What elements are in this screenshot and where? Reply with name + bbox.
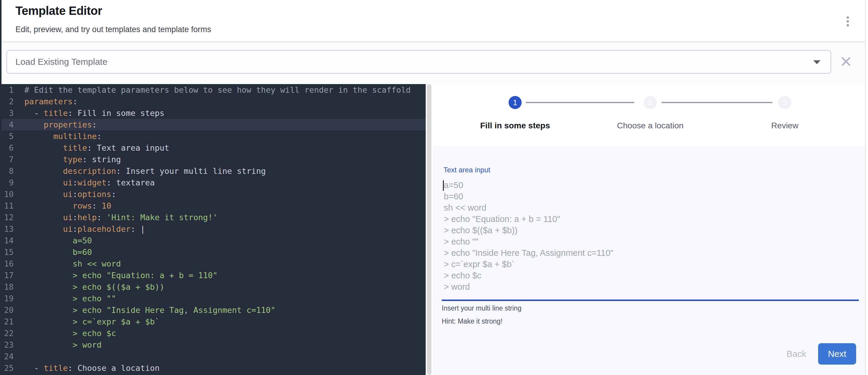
editor-line[interactable]: 22 > echo $c — [0, 327, 426, 339]
editor-line[interactable]: 8 description: Insert your multi line st… — [0, 165, 426, 177]
placeholder-line: > echo "Equation: a + b = 110" — [444, 213, 854, 225]
editor-line[interactable]: 2parameters: — [0, 96, 426, 107]
editor-scrollbar-track — [426, 84, 433, 375]
line-number: 13 — [0, 223, 14, 235]
code-text: sh << word — [14, 258, 121, 270]
code-text: - title: Fill in some steps — [14, 107, 164, 119]
editor-line[interactable]: 12 ui:help: 'Hint: Make it strong!' — [0, 212, 426, 223]
step-circle: 3 — [778, 96, 792, 109]
line-number: 23 — [0, 339, 14, 351]
code-text: > echo "Inside Here Tag, Assignment c=11… — [14, 304, 275, 316]
editor-line[interactable]: 7 type: string — [0, 154, 426, 165]
editor-line[interactable]: 4 properties: — [0, 119, 426, 130]
line-number: 11 — [0, 200, 14, 212]
kebab-menu-icon[interactable] — [842, 13, 853, 30]
stepper: 1Fill in some steps2Choose a location3Re… — [433, 84, 865, 146]
placeholder-line: > echo $c — [444, 270, 854, 281]
step-label: Review — [719, 121, 850, 130]
code-text: ui:placeholder: | — [14, 223, 145, 235]
multiline-textarea[interactable]: a=50b=60sh << word> echo "Equation: a + … — [444, 180, 854, 292]
window-right-edge — [865, 0, 868, 375]
code-text: a=50 — [14, 235, 92, 246]
editor-line[interactable]: 21 > c=`expr $a + $b` — [0, 316, 426, 327]
field-help-text: Hint: Make it strong! — [442, 317, 503, 325]
editor-line[interactable]: 14 a=50 — [0, 235, 426, 246]
code-text: rows: 10 — [14, 200, 112, 212]
editor-line[interactable]: 6 title: Text area input — [0, 142, 426, 154]
editor-line[interactable]: 25 - title: Choose a location — [0, 362, 426, 374]
code-text: multiline: — [14, 130, 102, 142]
clear-selection-button[interactable] — [838, 54, 854, 69]
line-number: 7 — [0, 154, 14, 165]
line-number: 8 — [0, 165, 14, 177]
stepper-connector — [526, 102, 634, 103]
yaml-code-editor[interactable]: 1# Edit the template parameters below to… — [0, 84, 426, 375]
editor-line[interactable]: 11 rows: 10 — [0, 200, 426, 212]
code-text: > word — [14, 339, 102, 351]
line-number: 14 — [0, 235, 14, 246]
editor-line[interactable]: 24 — [0, 351, 426, 362]
template-editor-page: Template Editor Edit, preview, and try o… — [0, 0, 868, 375]
placeholder-line: > echo "" — [444, 236, 854, 247]
editor-line[interactable]: 3 - title: Fill in some steps — [0, 107, 426, 119]
editor-line[interactable]: 1# Edit the template parameters below to… — [0, 84, 426, 96]
line-number: 20 — [0, 304, 14, 316]
step-label: Fill in some steps — [450, 121, 581, 130]
code-text: # Edit the template parameters below to … — [14, 84, 410, 96]
line-number: 9 — [0, 177, 14, 188]
code-text: title: Text area input — [14, 142, 169, 154]
line-number: 3 — [0, 107, 14, 119]
line-number: 5 — [0, 130, 14, 142]
line-number: 6 — [0, 142, 14, 154]
code-text: properties: — [14, 119, 97, 130]
editor-line[interactable]: 16 sh << word — [0, 258, 426, 270]
load-template-select[interactable]: Load Existing Template — [6, 50, 831, 74]
editor-line[interactable]: 5 multiline: — [0, 130, 426, 142]
editor-line[interactable]: 23 > word — [0, 339, 426, 351]
next-button[interactable]: Next — [818, 343, 856, 365]
line-number: 2 — [0, 96, 14, 107]
line-number: 17 — [0, 270, 14, 281]
line-number: 19 — [0, 293, 14, 304]
line-number: 25 — [0, 362, 14, 374]
code-text: > echo $(($a + $b)) — [14, 281, 164, 293]
placeholder-line: sh << word — [444, 202, 854, 213]
back-button[interactable]: Back — [780, 343, 813, 365]
editor-line[interactable]: 9 ui:widget: textarea — [0, 177, 426, 188]
code-text: b=60 — [14, 246, 92, 258]
main-content: 1# Edit the template parameters below to… — [0, 84, 868, 375]
code-text: > echo "Equation: a + b = 110" — [14, 270, 217, 281]
editor-line[interactable]: 13 ui:placeholder: | — [0, 223, 426, 235]
line-number: 1 — [0, 84, 14, 96]
code-text: description: Insert your multi line stri… — [14, 165, 266, 177]
editor-scrollbar[interactable] — [427, 84, 431, 375]
form-actions: Back Next — [780, 343, 856, 365]
caret-down-icon — [813, 60, 820, 64]
editor-line[interactable]: 17 > echo "Equation: a + b = 110" — [0, 270, 426, 281]
line-number: 15 — [0, 246, 14, 258]
editor-line[interactable]: 19 > echo "" — [0, 293, 426, 304]
template-form: Text area input a=50b=60sh << word> echo… — [433, 146, 865, 375]
code-text: parameters: — [14, 96, 78, 107]
textarea-focus-underline — [442, 300, 859, 301]
line-number: 24 — [0, 351, 14, 362]
step-label: Choose a location — [585, 121, 716, 130]
editor-line[interactable]: 15 b=60 — [0, 246, 426, 258]
field-description: Insert your multi line string — [442, 304, 521, 312]
line-number: 18 — [0, 281, 14, 293]
code-text: > echo $c — [14, 327, 116, 339]
line-number: 21 — [0, 316, 14, 327]
page-title: Template Editor — [16, 4, 102, 18]
placeholder-line: a=50 — [444, 180, 854, 191]
line-number: 4 — [0, 119, 14, 130]
placeholder-line: > echo "Inside Here Tag, Assignment c=11… — [444, 247, 854, 258]
page-subtitle: Edit, preview, and try out templates and… — [16, 25, 211, 34]
field-label: Text area input — [443, 166, 490, 174]
template-loader-section: Load Existing Template — [0, 42, 868, 84]
close-icon — [839, 55, 852, 68]
code-text — [14, 351, 24, 362]
editor-line[interactable]: 10 ui:options: — [0, 188, 426, 200]
editor-line[interactable]: 20 > echo "Inside Here Tag, Assignment c… — [0, 304, 426, 316]
editor-line[interactable]: 18 > echo $(($a + $b)) — [0, 281, 426, 293]
placeholder-line: b=60 — [444, 191, 854, 202]
